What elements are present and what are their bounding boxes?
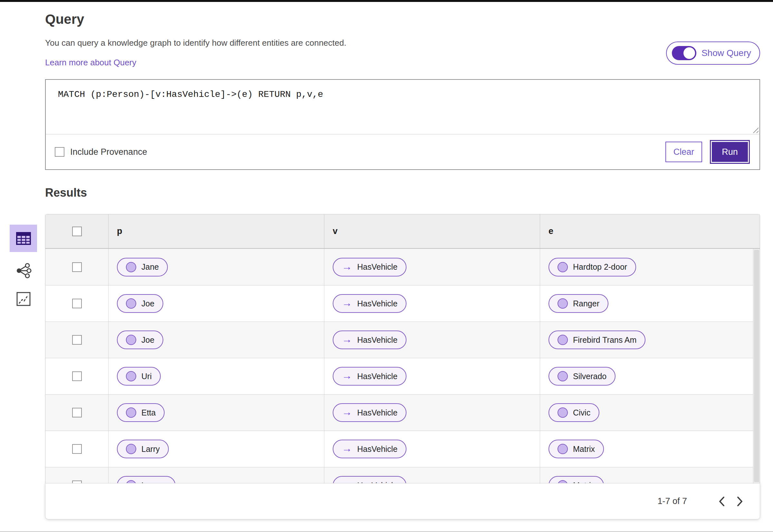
arrow-right-icon: →	[342, 370, 352, 381]
row-checkbox[interactable]	[72, 444, 82, 454]
query-page: Query You can query a knowledge graph to…	[0, 0, 773, 532]
row-checkbox-cell	[45, 249, 108, 285]
select-all-checkbox[interactable]	[72, 227, 82, 236]
row-checkbox-cell	[45, 467, 108, 483]
node-circle-icon	[557, 480, 568, 483]
node-circle-icon	[126, 371, 136, 381]
learn-more-link[interactable]: Learn more about Query	[45, 58, 136, 68]
node-pill[interactable]: Uri	[117, 367, 161, 386]
cell-p: Etta	[108, 395, 324, 431]
row-checkbox-cell	[45, 431, 108, 467]
node-pill[interactable]: Matrix	[548, 440, 604, 458]
node-pill[interactable]: Larry	[117, 440, 169, 458]
table-row: Etta → HasVehicle Civic	[45, 394, 760, 431]
row-checkbox[interactable]	[72, 481, 82, 483]
node-pill[interactable]: Civic	[548, 403, 600, 422]
table-row: Larry → HasVehicle Matrix	[45, 431, 760, 467]
column-header-v: v	[324, 214, 540, 248]
edge-label: HasVehicle	[357, 299, 397, 308]
table-row: Lauren → HasVehicle Matrix	[45, 467, 760, 483]
node-pill[interactable]: Firebird Trans Am	[548, 331, 646, 349]
query-editor-area: MATCH (p:Person)-[v:HasVehicle]->(e) RET…	[46, 80, 759, 134]
edge-pill[interactable]: → HasVehicle	[333, 331, 406, 349]
header-checkbox-cell	[45, 214, 108, 248]
arrow-right-icon: →	[342, 480, 352, 483]
page-description: You can query a knowledge graph to ident…	[45, 38, 760, 48]
edge-label: HasVehicle	[357, 262, 397, 272]
query-editor-footer: Include Provenance Clear Run	[46, 134, 759, 169]
table-view-button[interactable]	[10, 225, 37, 252]
column-header-p: p	[108, 214, 324, 248]
chevron-right-icon	[736, 496, 744, 507]
column-header-e: e	[540, 214, 760, 248]
edge-pill[interactable]: → HasVehicle	[333, 403, 406, 422]
table-row: Jane → HasVehicle Hardtop 2-door	[45, 249, 760, 285]
table-row: Uri → HasVehicle Silverado	[45, 358, 760, 394]
include-provenance-checkbox[interactable]	[55, 147, 64, 157]
node-pill[interactable]: Silverado	[548, 367, 616, 386]
node-pill[interactable]: Joe	[117, 294, 163, 313]
toggle-switch-icon[interactable]	[672, 46, 696, 60]
edge-label: HasVehicle	[357, 335, 397, 345]
result-view-switcher	[10, 225, 37, 309]
arrow-right-icon: →	[342, 443, 352, 453]
row-checkbox[interactable]	[72, 262, 82, 272]
cell-v: → HasVehicle	[324, 467, 540, 483]
row-checkbox[interactable]	[72, 371, 82, 381]
node-pill[interactable]: Jane	[117, 258, 168, 276]
node-pill[interactable]: Ranger	[548, 294, 609, 313]
row-checkbox-cell	[45, 322, 108, 358]
node-circle-icon	[126, 298, 136, 309]
graph-view-button[interactable]	[14, 261, 33, 280]
node-pill[interactable]: Matrix	[548, 476, 604, 483]
clear-button[interactable]: Clear	[666, 142, 702, 162]
cell-e: Ranger	[540, 285, 760, 322]
node-circle-icon	[557, 262, 568, 272]
node-label: Joe	[141, 299, 154, 308]
chart-view-button[interactable]	[14, 289, 33, 309]
node-label: Uri	[141, 372, 152, 381]
node-label: Joe	[141, 335, 154, 345]
node-label: Matrix	[573, 481, 595, 483]
table-row: Joe → HasVehicle Firebird Trans Am	[45, 322, 760, 358]
row-checkbox[interactable]	[72, 335, 82, 345]
node-pill[interactable]: Lauren	[117, 476, 175, 483]
edge-pill[interactable]: → HasVehicle	[333, 367, 406, 386]
show-query-toggle[interactable]: Show Query	[666, 42, 760, 65]
cell-v: → HasVehicle	[324, 358, 540, 394]
node-label: Etta	[141, 408, 155, 417]
node-circle-icon	[126, 480, 136, 483]
edge-pill[interactable]: → HasVehicle	[333, 258, 406, 276]
pagination-next-button[interactable]	[731, 492, 749, 510]
scrollbar-thumb[interactable]	[754, 250, 759, 482]
node-circle-icon	[557, 298, 568, 309]
cell-e: Firebird Trans Am	[540, 322, 760, 358]
cell-e: Matrix	[540, 467, 760, 483]
edge-pill[interactable]: → HasVehicle	[333, 476, 406, 483]
arrow-right-icon: →	[342, 334, 352, 344]
cell-v: → HasVehicle	[324, 395, 540, 431]
pagination-prev-button[interactable]	[713, 492, 731, 510]
chart-view-icon	[16, 292, 31, 306]
node-pill[interactable]: Hardtop 2-door	[548, 258, 636, 276]
node-circle-icon	[557, 371, 568, 381]
table-body: Jane → HasVehicle Hardtop 2-door Joe	[45, 249, 760, 483]
row-checkbox-cell	[45, 358, 108, 394]
cell-v: → HasVehicle	[324, 322, 540, 358]
edge-pill[interactable]: → HasVehicle	[333, 440, 406, 458]
cell-p: Joe	[108, 322, 324, 358]
node-pill[interactable]: Etta	[117, 403, 164, 422]
edge-pill[interactable]: → HasVehicle	[333, 294, 406, 313]
table-header-row: p v e	[45, 214, 760, 249]
node-pill[interactable]: Joe	[117, 331, 163, 349]
row-checkbox[interactable]	[72, 408, 82, 417]
include-provenance-label: Include Provenance	[70, 147, 147, 157]
node-label: Firebird Trans Am	[573, 335, 637, 345]
node-circle-icon	[557, 407, 568, 418]
query-editor-card: MATCH (p:Person)-[v:HasVehicle]->(e) RET…	[45, 79, 760, 170]
query-input[interactable]: MATCH (p:Person)-[v:HasVehicle]->(e) RET…	[46, 80, 759, 134]
row-checkbox[interactable]	[72, 299, 82, 308]
run-button[interactable]: Run	[712, 142, 748, 162]
show-query-label: Show Query	[702, 48, 751, 58]
cell-p: Jane	[108, 249, 324, 285]
